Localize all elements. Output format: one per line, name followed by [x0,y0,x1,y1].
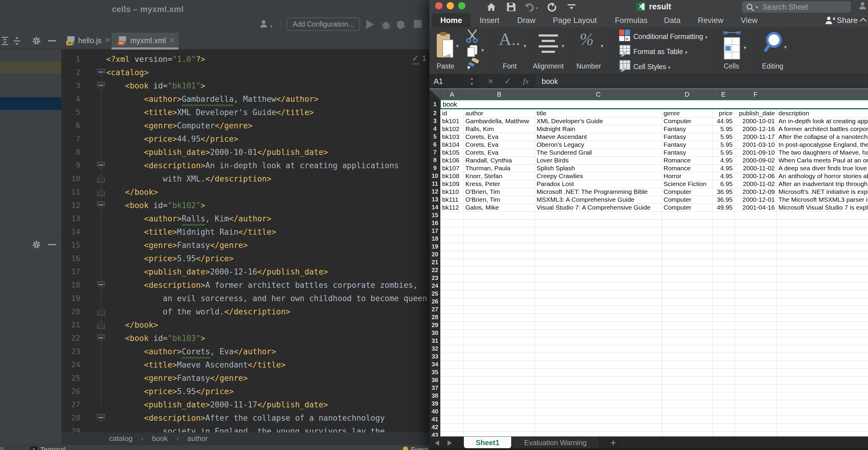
fold-end-icon[interactable] [97,188,105,196]
grid-cell[interactable]: Computer [662,203,712,212]
row-header-10[interactable]: 10 [430,172,440,180]
add-configuration-button[interactable]: Add Configuration... [286,18,360,31]
grid-row[interactable] [440,266,868,275]
breadcrumb-catalog[interactable]: catalog [109,434,132,443]
event-log-button[interactable]: Event Log [411,446,430,450]
ribbon-tab-draw[interactable]: Draw [517,13,536,27]
insert-function-icon[interactable]: fx [523,74,529,88]
grid-cell[interactable]: 44.95 [712,117,734,125]
ribbon-tab-view[interactable]: View [741,13,757,27]
grid-cell[interactable]: 4.95 [712,172,734,180]
grid-cell[interactable]: 5.95 [712,141,734,148]
grid-cell[interactable]: A deep sea diver finds true love twenty … [777,164,868,172]
grid-cell[interactable]: bk102 [440,125,464,133]
row-header-19[interactable]: 19 [430,243,440,251]
grid-cell[interactable]: Randall, Cynthia [464,157,535,164]
cells-icon[interactable] [723,30,741,61]
close-tab-icon[interactable]: ✕ [105,36,111,45]
grid-cell[interactable]: Midnight Rain [535,125,662,133]
code-line[interactable]: 16 <price>5.95</price> [62,252,430,265]
grid-cell[interactable]: price [712,109,734,117]
code-editor[interactable]: 1<?xml version="1.0"?>2<catalog>3 <book … [62,50,430,432]
grid-row[interactable] [440,321,868,330]
row-header-5[interactable]: 5 [430,133,440,141]
column-header-g[interactable] [777,89,868,100]
cancel-entry-icon[interactable]: × [488,74,493,88]
code-line[interactable]: 23 <author>Corets, Eva</author> [62,345,430,358]
breadcrumb-book[interactable]: book [152,434,168,443]
column-header-A[interactable]: A [440,89,464,100]
grid-cell[interactable]: The Sundered Grail [535,148,662,157]
grid-cell[interactable]: 5.95 [712,125,734,133]
grid-cell[interactable]: 36.95 [712,196,734,203]
ribbon-tab-insert[interactable]: Insert [479,13,499,27]
hide-panel-icon[interactable] [48,40,56,41]
collapse-ribbon-icon[interactable] [860,18,867,25]
coverage-shield-icon[interactable] [396,20,406,30]
grid-cell[interactable]: id [440,109,464,117]
breadcrumb-author[interactable]: author [187,434,208,443]
row-header-36[interactable]: 36 [430,376,440,384]
column-header-B[interactable]: B [464,89,535,100]
grid-cell[interactable]: author [464,109,535,117]
code-line[interactable]: 20 of the world.</description> [62,305,430,318]
code-line[interactable]: 26 <price>5.95</price> [62,385,430,398]
grid-cell[interactable]: Galos, Mike [464,203,535,212]
grid-row[interactable] [440,243,868,251]
number-format-icon[interactable]: % [580,30,594,49]
code-line[interactable]: 17 <publish_date>2000-12-16</publish_dat… [62,265,430,278]
row-header-29[interactable]: 29 [430,321,440,329]
code-line[interactable]: 27 <publish_date>2000-11-17</publish_dat… [62,398,430,411]
editing-group-label[interactable]: Editing [757,62,788,71]
grid-cell[interactable]: 6.95 [712,180,734,188]
cells-dropdown-caret[interactable]: ▾ [744,45,746,51]
grid-cell[interactable]: Fantasy [662,148,712,157]
grid-cell[interactable]: Horror [662,172,712,180]
grid-cell[interactable]: Thurman, Paula [464,164,535,172]
grid-row[interactable] [440,274,868,282]
code-line[interactable]: 19 an evil sorceress, and her own childh… [62,292,430,305]
font-group-label[interactable]: Font [495,62,525,71]
code-line[interactable]: 24 <title>Maeve Ascendant</title> [62,358,430,371]
event-log-icon[interactable] [403,446,408,450]
row-header-16[interactable]: 16 [430,219,440,227]
conditional-formatting-icon[interactable]: ≠ [619,30,631,42]
fold-end-icon[interactable] [97,308,105,316]
grid-cell[interactable]: 5.95 [712,133,734,141]
code-line[interactable]: 3 <book id="bk101"> [62,79,430,92]
previous-sheet-arrow[interactable] [435,440,439,446]
grid-cell[interactable]: Romance [662,157,712,164]
grid-cell[interactable]: 2000-11-02 [734,180,777,188]
user-dropdown-caret[interactable]: ▾ [270,24,273,29]
row-header-7[interactable]: 7 [430,148,440,157]
grid-cell[interactable]: Microsoft's .NET initiative is explored … [777,188,868,196]
terminal-toolwindow-button[interactable]: Terminal [40,446,65,450]
grid-row[interactable] [440,392,868,400]
grid-cell[interactable]: O'Brien, Tim [464,196,535,203]
row-header-18[interactable]: 18 [430,235,440,243]
grid-cell[interactable]: Kress, Peter [464,180,535,188]
grid-cell[interactable]: When Carla meets Paul at an ornithology … [777,157,868,164]
code-line[interactable]: 22 <book id="bk103"> [62,332,430,345]
grid-cell[interactable]: bk110 [440,188,464,196]
row-header-11[interactable]: 11 [430,180,440,188]
row-header-39[interactable]: 39 [430,400,440,408]
code-line[interactable]: 1<?xml version="1.0"?> [62,53,430,66]
grid-cell[interactable]: 2001-03-10 [734,141,777,148]
user-profile-icon[interactable] [260,20,268,28]
copy-icon[interactable] [467,45,479,57]
editing-search-icon[interactable] [764,31,782,60]
name-box-up-stepper[interactable]: ▲ [470,77,474,80]
paste-group-label[interactable]: Paste [432,62,459,71]
alignment-group-label[interactable]: Alignment [530,62,566,71]
grid-cell[interactable]: XML Developer's Guide [535,117,662,125]
row-header-20[interactable]: 20 [430,251,440,258]
ribbon-tab-data[interactable]: Data [664,13,681,27]
grid-cell[interactable]: Fantasy [662,133,712,141]
grid-row[interactable] [440,329,868,337]
zoom-window-button[interactable] [458,2,465,9]
grid-cell[interactable]: bk103 [440,133,464,141]
grid-row[interactable] [440,384,868,392]
sheet-tab-sheet1[interactable]: Sheet1 [464,437,511,449]
grid-cell[interactable]: bk106 [440,157,464,164]
